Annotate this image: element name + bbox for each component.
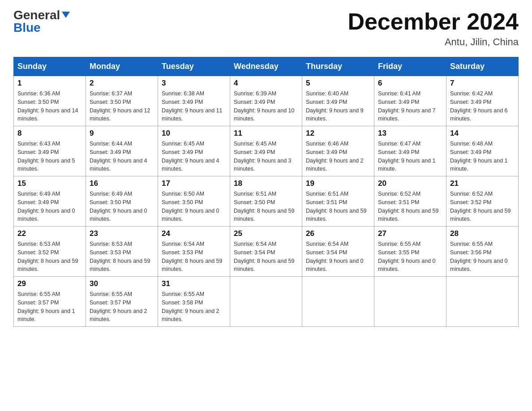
day-number: 28 (450, 229, 515, 238)
calendar-cell: 12 Sunrise: 6:46 AM Sunset: 3:49 PM Dayl… (302, 126, 374, 176)
calendar-cell: 20 Sunrise: 6:52 AM Sunset: 3:51 PM Dayl… (374, 176, 446, 227)
calendar-cell: 25 Sunrise: 6:54 AM Sunset: 3:54 PM Dayl… (230, 227, 302, 277)
day-info: Sunrise: 6:54 AM Sunset: 3:54 PM Dayligh… (234, 240, 298, 274)
day-info: Sunrise: 6:42 AM Sunset: 3:49 PM Dayligh… (450, 90, 515, 123)
day-info: Sunrise: 6:38 AM Sunset: 3:49 PM Dayligh… (162, 90, 226, 123)
day-info: Sunrise: 6:55 AM Sunset: 3:57 PM Dayligh… (17, 290, 82, 324)
day-number: 30 (90, 279, 154, 288)
day-number: 14 (450, 129, 515, 138)
day-number: 29 (17, 279, 82, 288)
day-number: 3 (162, 79, 226, 88)
day-info: Sunrise: 6:53 AM Sunset: 3:52 PM Dayligh… (17, 240, 82, 274)
logo-triangle-icon (61, 10, 71, 20)
week-row-5: 29 Sunrise: 6:55 AM Sunset: 3:57 PM Dayl… (14, 277, 519, 327)
day-info: Sunrise: 6:50 AM Sunset: 3:50 PM Dayligh… (162, 190, 226, 223)
day-number: 7 (450, 79, 515, 88)
day-info: Sunrise: 6:55 AM Sunset: 3:58 PM Dayligh… (162, 290, 226, 324)
day-info: Sunrise: 6:55 AM Sunset: 3:57 PM Dayligh… (90, 290, 154, 324)
day-info: Sunrise: 6:52 AM Sunset: 3:52 PM Dayligh… (450, 190, 515, 223)
day-number: 6 (378, 79, 442, 88)
day-number: 16 (90, 179, 154, 188)
day-number: 26 (306, 229, 370, 238)
calendar-cell: 26 Sunrise: 6:54 AM Sunset: 3:54 PM Dayl… (302, 227, 374, 277)
day-info: Sunrise: 6:53 AM Sunset: 3:53 PM Dayligh… (90, 240, 154, 274)
day-number: 25 (234, 229, 298, 238)
day-header-wednesday: Wednesday (230, 57, 302, 76)
calendar-cell: 10 Sunrise: 6:45 AM Sunset: 3:49 PM Dayl… (158, 126, 230, 176)
logo-blue: Blue (13, 21, 41, 35)
title-block: December 2024 Antu, Jilin, China (348, 9, 519, 48)
day-info: Sunrise: 6:47 AM Sunset: 3:49 PM Dayligh… (378, 140, 442, 173)
day-number: 15 (17, 179, 82, 188)
day-number: 31 (162, 279, 226, 288)
day-number: 18 (234, 179, 298, 188)
day-info: Sunrise: 6:36 AM Sunset: 3:50 PM Dayligh… (17, 90, 82, 123)
day-number: 21 (450, 179, 515, 188)
day-number: 20 (378, 179, 442, 188)
week-row-4: 22 Sunrise: 6:53 AM Sunset: 3:52 PM Dayl… (14, 227, 519, 277)
calendar-cell: 1 Sunrise: 6:36 AM Sunset: 3:50 PM Dayli… (14, 76, 86, 126)
day-info: Sunrise: 6:54 AM Sunset: 3:54 PM Dayligh… (306, 240, 370, 274)
day-number: 12 (306, 129, 370, 138)
day-number: 8 (17, 129, 82, 138)
day-number: 5 (306, 79, 370, 88)
calendar-cell (446, 277, 519, 327)
day-info: Sunrise: 6:54 AM Sunset: 3:53 PM Dayligh… (162, 240, 226, 274)
day-number: 23 (90, 229, 154, 238)
day-info: Sunrise: 6:44 AM Sunset: 3:49 PM Dayligh… (90, 140, 154, 173)
calendar-cell (230, 277, 302, 327)
calendar-cell: 17 Sunrise: 6:50 AM Sunset: 3:50 PM Dayl… (158, 176, 230, 227)
day-number: 22 (17, 229, 82, 238)
calendar-header-row: SundayMondayTuesdayWednesdayThursdayFrid… (14, 57, 519, 76)
calendar-cell: 23 Sunrise: 6:53 AM Sunset: 3:53 PM Dayl… (86, 227, 158, 277)
logo-general: General (13, 9, 60, 21)
calendar-cell: 11 Sunrise: 6:45 AM Sunset: 3:49 PM Dayl… (230, 126, 302, 176)
day-number: 24 (162, 229, 226, 238)
day-info: Sunrise: 6:43 AM Sunset: 3:49 PM Dayligh… (17, 140, 82, 173)
calendar-cell: 8 Sunrise: 6:43 AM Sunset: 3:49 PM Dayli… (14, 126, 86, 176)
day-info: Sunrise: 6:51 AM Sunset: 3:50 PM Dayligh… (234, 190, 298, 223)
day-info: Sunrise: 6:39 AM Sunset: 3:49 PM Dayligh… (234, 90, 298, 123)
day-header-tuesday: Tuesday (158, 57, 230, 76)
day-info: Sunrise: 6:48 AM Sunset: 3:49 PM Dayligh… (450, 140, 515, 173)
day-number: 1 (17, 79, 82, 88)
day-header-friday: Friday (374, 57, 446, 76)
day-number: 17 (162, 179, 226, 188)
page-subtitle: Antu, Jilin, China (348, 36, 519, 48)
calendar-cell (302, 277, 374, 327)
day-number: 2 (90, 79, 154, 88)
day-number: 9 (90, 129, 154, 138)
calendar-cell: 16 Sunrise: 6:49 AM Sunset: 3:50 PM Dayl… (86, 176, 158, 227)
calendar-cell: 2 Sunrise: 6:37 AM Sunset: 3:50 PM Dayli… (86, 76, 158, 126)
calendar-cell: 22 Sunrise: 6:53 AM Sunset: 3:52 PM Dayl… (14, 227, 86, 277)
calendar-cell: 6 Sunrise: 6:41 AM Sunset: 3:49 PM Dayli… (374, 76, 446, 126)
day-number: 11 (234, 129, 298, 138)
day-info: Sunrise: 6:55 AM Sunset: 3:55 PM Dayligh… (378, 240, 442, 274)
logo: General Blue (13, 9, 71, 35)
calendar-cell: 29 Sunrise: 6:55 AM Sunset: 3:57 PM Dayl… (14, 277, 86, 327)
day-number: 27 (378, 229, 442, 238)
calendar-cell: 18 Sunrise: 6:51 AM Sunset: 3:50 PM Dayl… (230, 176, 302, 227)
calendar-cell (374, 277, 446, 327)
calendar-cell: 30 Sunrise: 6:55 AM Sunset: 3:57 PM Dayl… (86, 277, 158, 327)
day-header-sunday: Sunday (14, 57, 86, 76)
day-number: 10 (162, 129, 226, 138)
calendar-cell: 14 Sunrise: 6:48 AM Sunset: 3:49 PM Dayl… (446, 126, 519, 176)
week-row-2: 8 Sunrise: 6:43 AM Sunset: 3:49 PM Dayli… (14, 126, 519, 176)
day-info: Sunrise: 6:41 AM Sunset: 3:49 PM Dayligh… (378, 90, 442, 123)
calendar-cell: 13 Sunrise: 6:47 AM Sunset: 3:49 PM Dayl… (374, 126, 446, 176)
calendar-cell: 31 Sunrise: 6:55 AM Sunset: 3:58 PM Dayl… (158, 277, 230, 327)
day-info: Sunrise: 6:51 AM Sunset: 3:51 PM Dayligh… (306, 190, 370, 223)
calendar-cell: 21 Sunrise: 6:52 AM Sunset: 3:52 PM Dayl… (446, 176, 519, 227)
day-number: 13 (378, 129, 442, 138)
calendar-cell: 7 Sunrise: 6:42 AM Sunset: 3:49 PM Dayli… (446, 76, 519, 126)
day-info: Sunrise: 6:40 AM Sunset: 3:49 PM Dayligh… (306, 90, 370, 123)
calendar-cell: 19 Sunrise: 6:51 AM Sunset: 3:51 PM Dayl… (302, 176, 374, 227)
calendar-table: SundayMondayTuesdayWednesdayThursdayFrid… (13, 57, 519, 327)
day-info: Sunrise: 6:49 AM Sunset: 3:49 PM Dayligh… (17, 190, 82, 223)
calendar-cell: 5 Sunrise: 6:40 AM Sunset: 3:49 PM Dayli… (302, 76, 374, 126)
day-header-thursday: Thursday (302, 57, 374, 76)
day-info: Sunrise: 6:45 AM Sunset: 3:49 PM Dayligh… (162, 140, 226, 173)
calendar-cell: 3 Sunrise: 6:38 AM Sunset: 3:49 PM Dayli… (158, 76, 230, 126)
calendar-cell: 27 Sunrise: 6:55 AM Sunset: 3:55 PM Dayl… (374, 227, 446, 277)
